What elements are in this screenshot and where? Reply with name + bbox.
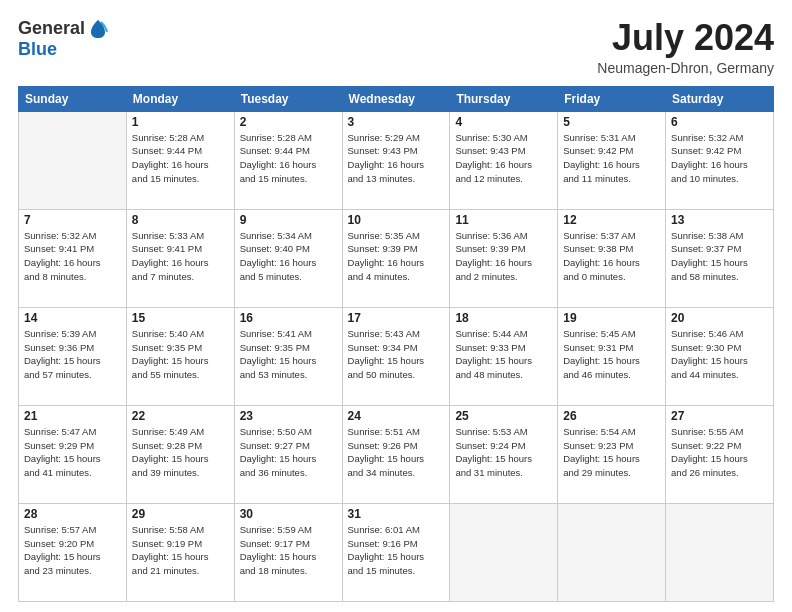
day-number: 28 — [24, 507, 121, 521]
day-number: 12 — [563, 213, 660, 227]
calendar-cell — [666, 503, 774, 601]
weekday-header-wednesday: Wednesday — [342, 86, 450, 111]
day-info: Sunrise: 5:55 AM Sunset: 9:22 PM Dayligh… — [671, 425, 768, 480]
title-block: July 2024 Neumagen-Dhron, Germany — [597, 18, 774, 76]
calendar-cell: 3Sunrise: 5:29 AM Sunset: 9:43 PM Daylig… — [342, 111, 450, 209]
day-number: 13 — [671, 213, 768, 227]
day-info: Sunrise: 5:33 AM Sunset: 9:41 PM Dayligh… — [132, 229, 229, 284]
day-number: 6 — [671, 115, 768, 129]
day-number: 8 — [132, 213, 229, 227]
day-info: Sunrise: 5:36 AM Sunset: 9:39 PM Dayligh… — [455, 229, 552, 284]
day-info: Sunrise: 5:38 AM Sunset: 9:37 PM Dayligh… — [671, 229, 768, 284]
calendar-cell: 5Sunrise: 5:31 AM Sunset: 9:42 PM Daylig… — [558, 111, 666, 209]
weekday-header-saturday: Saturday — [666, 86, 774, 111]
day-info: Sunrise: 5:45 AM Sunset: 9:31 PM Dayligh… — [563, 327, 660, 382]
day-number: 10 — [348, 213, 445, 227]
day-info: Sunrise: 6:01 AM Sunset: 9:16 PM Dayligh… — [348, 523, 445, 578]
weekday-header-tuesday: Tuesday — [234, 86, 342, 111]
calendar-cell: 21Sunrise: 5:47 AM Sunset: 9:29 PM Dayli… — [19, 405, 127, 503]
calendar-cell: 11Sunrise: 5:36 AM Sunset: 9:39 PM Dayli… — [450, 209, 558, 307]
day-info: Sunrise: 5:58 AM Sunset: 9:19 PM Dayligh… — [132, 523, 229, 578]
day-number: 2 — [240, 115, 337, 129]
calendar-cell: 29Sunrise: 5:58 AM Sunset: 9:19 PM Dayli… — [126, 503, 234, 601]
month-title: July 2024 — [597, 18, 774, 58]
calendar-cell: 20Sunrise: 5:46 AM Sunset: 9:30 PM Dayli… — [666, 307, 774, 405]
calendar-cell: 26Sunrise: 5:54 AM Sunset: 9:23 PM Dayli… — [558, 405, 666, 503]
day-number: 7 — [24, 213, 121, 227]
calendar-cell: 8Sunrise: 5:33 AM Sunset: 9:41 PM Daylig… — [126, 209, 234, 307]
weekday-header-friday: Friday — [558, 86, 666, 111]
calendar-cell: 16Sunrise: 5:41 AM Sunset: 9:35 PM Dayli… — [234, 307, 342, 405]
day-info: Sunrise: 5:34 AM Sunset: 9:40 PM Dayligh… — [240, 229, 337, 284]
day-info: Sunrise: 5:44 AM Sunset: 9:33 PM Dayligh… — [455, 327, 552, 382]
day-number: 15 — [132, 311, 229, 325]
calendar-cell: 25Sunrise: 5:53 AM Sunset: 9:24 PM Dayli… — [450, 405, 558, 503]
week-row-1: 1Sunrise: 5:28 AM Sunset: 9:44 PM Daylig… — [19, 111, 774, 209]
logo-blue-text: Blue — [18, 40, 109, 60]
day-info: Sunrise: 5:53 AM Sunset: 9:24 PM Dayligh… — [455, 425, 552, 480]
calendar-cell: 4Sunrise: 5:30 AM Sunset: 9:43 PM Daylig… — [450, 111, 558, 209]
day-info: Sunrise: 5:37 AM Sunset: 9:38 PM Dayligh… — [563, 229, 660, 284]
week-row-3: 14Sunrise: 5:39 AM Sunset: 9:36 PM Dayli… — [19, 307, 774, 405]
day-number: 17 — [348, 311, 445, 325]
day-info: Sunrise: 5:46 AM Sunset: 9:30 PM Dayligh… — [671, 327, 768, 382]
day-number: 14 — [24, 311, 121, 325]
calendar-cell — [19, 111, 127, 209]
logo-icon — [87, 18, 109, 40]
header: General Blue July 2024 Neumagen-Dhron, G… — [18, 18, 774, 76]
day-info: Sunrise: 5:43 AM Sunset: 9:34 PM Dayligh… — [348, 327, 445, 382]
calendar-cell — [558, 503, 666, 601]
calendar-cell: 13Sunrise: 5:38 AM Sunset: 9:37 PM Dayli… — [666, 209, 774, 307]
calendar-cell: 12Sunrise: 5:37 AM Sunset: 9:38 PM Dayli… — [558, 209, 666, 307]
calendar-cell: 7Sunrise: 5:32 AM Sunset: 9:41 PM Daylig… — [19, 209, 127, 307]
day-number: 31 — [348, 507, 445, 521]
day-number: 4 — [455, 115, 552, 129]
calendar-cell: 23Sunrise: 5:50 AM Sunset: 9:27 PM Dayli… — [234, 405, 342, 503]
day-number: 9 — [240, 213, 337, 227]
day-number: 19 — [563, 311, 660, 325]
weekday-header-thursday: Thursday — [450, 86, 558, 111]
day-info: Sunrise: 5:28 AM Sunset: 9:44 PM Dayligh… — [240, 131, 337, 186]
day-number: 21 — [24, 409, 121, 423]
week-row-2: 7Sunrise: 5:32 AM Sunset: 9:41 PM Daylig… — [19, 209, 774, 307]
day-info: Sunrise: 5:57 AM Sunset: 9:20 PM Dayligh… — [24, 523, 121, 578]
day-info: Sunrise: 5:32 AM Sunset: 9:42 PM Dayligh… — [671, 131, 768, 186]
day-info: Sunrise: 5:54 AM Sunset: 9:23 PM Dayligh… — [563, 425, 660, 480]
day-number: 27 — [671, 409, 768, 423]
day-number: 29 — [132, 507, 229, 521]
calendar-cell: 6Sunrise: 5:32 AM Sunset: 9:42 PM Daylig… — [666, 111, 774, 209]
location: Neumagen-Dhron, Germany — [597, 60, 774, 76]
weekday-header-sunday: Sunday — [19, 86, 127, 111]
calendar-cell: 19Sunrise: 5:45 AM Sunset: 9:31 PM Dayli… — [558, 307, 666, 405]
day-info: Sunrise: 5:41 AM Sunset: 9:35 PM Dayligh… — [240, 327, 337, 382]
day-number: 20 — [671, 311, 768, 325]
day-info: Sunrise: 5:40 AM Sunset: 9:35 PM Dayligh… — [132, 327, 229, 382]
day-number: 22 — [132, 409, 229, 423]
day-info: Sunrise: 5:59 AM Sunset: 9:17 PM Dayligh… — [240, 523, 337, 578]
day-info: Sunrise: 5:32 AM Sunset: 9:41 PM Dayligh… — [24, 229, 121, 284]
week-row-5: 28Sunrise: 5:57 AM Sunset: 9:20 PM Dayli… — [19, 503, 774, 601]
calendar-cell: 10Sunrise: 5:35 AM Sunset: 9:39 PM Dayli… — [342, 209, 450, 307]
page: General Blue July 2024 Neumagen-Dhron, G… — [0, 0, 792, 612]
day-number: 23 — [240, 409, 337, 423]
calendar-cell: 15Sunrise: 5:40 AM Sunset: 9:35 PM Dayli… — [126, 307, 234, 405]
calendar-cell: 18Sunrise: 5:44 AM Sunset: 9:33 PM Dayli… — [450, 307, 558, 405]
day-number: 5 — [563, 115, 660, 129]
weekday-header-row: SundayMondayTuesdayWednesdayThursdayFrid… — [19, 86, 774, 111]
day-number: 30 — [240, 507, 337, 521]
calendar-cell: 24Sunrise: 5:51 AM Sunset: 9:26 PM Dayli… — [342, 405, 450, 503]
day-info: Sunrise: 5:51 AM Sunset: 9:26 PM Dayligh… — [348, 425, 445, 480]
calendar-cell: 1Sunrise: 5:28 AM Sunset: 9:44 PM Daylig… — [126, 111, 234, 209]
day-info: Sunrise: 5:29 AM Sunset: 9:43 PM Dayligh… — [348, 131, 445, 186]
logo: General Blue — [18, 18, 109, 60]
calendar-cell — [450, 503, 558, 601]
day-info: Sunrise: 5:30 AM Sunset: 9:43 PM Dayligh… — [455, 131, 552, 186]
calendar-cell: 27Sunrise: 5:55 AM Sunset: 9:22 PM Dayli… — [666, 405, 774, 503]
day-info: Sunrise: 5:47 AM Sunset: 9:29 PM Dayligh… — [24, 425, 121, 480]
calendar-cell: 22Sunrise: 5:49 AM Sunset: 9:28 PM Dayli… — [126, 405, 234, 503]
day-info: Sunrise: 5:35 AM Sunset: 9:39 PM Dayligh… — [348, 229, 445, 284]
day-info: Sunrise: 5:39 AM Sunset: 9:36 PM Dayligh… — [24, 327, 121, 382]
calendar-cell: 9Sunrise: 5:34 AM Sunset: 9:40 PM Daylig… — [234, 209, 342, 307]
day-number: 26 — [563, 409, 660, 423]
weekday-header-monday: Monday — [126, 86, 234, 111]
